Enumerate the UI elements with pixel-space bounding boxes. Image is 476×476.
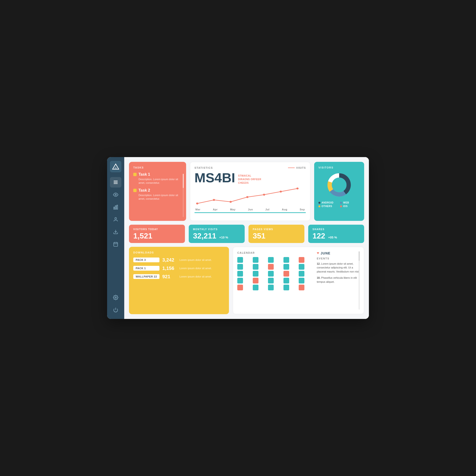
svg-point-17 [196, 203, 198, 204]
visits-label: VISITS [288, 166, 306, 169]
settings-icon [113, 295, 118, 300]
event-text-0: 12. Lorem ipsum dolor sit amet, consecte… [317, 262, 360, 274]
svg-rect-7 [115, 206, 116, 209]
cal-cell-23 [284, 285, 289, 290]
svg-point-5 [115, 194, 116, 195]
tile-monthly-visits-value: 32,211 +10 % [193, 232, 240, 240]
menu-icon [113, 180, 118, 185]
sidebar-item-calendar[interactable] [110, 239, 121, 249]
download-row-0: PACK 3 3,242 Lorem ipsum dolor sit amet. [133, 257, 225, 263]
row-tiles: VISITORS TODAY 1,521 MONTHLY VISITS 32,2… [129, 225, 364, 243]
task-2-desc: Description. Lorem ipsum dolor sit amet,… [133, 193, 182, 201]
events-month: JUNE [321, 251, 330, 255]
tasks-scrollbar[interactable] [183, 174, 184, 217]
download-count-1: 1,156 [162, 266, 177, 271]
cal-cell-0 [237, 257, 243, 263]
cal-cell-22 [268, 285, 274, 290]
svg-point-19 [229, 201, 232, 203]
sidebar-item-settings[interactable] [110, 292, 121, 303]
downloads-title: DOWNLOADS [133, 251, 225, 254]
cal-cell-3 [284, 257, 289, 263]
cal-cell-17 [268, 278, 274, 284]
row-downloads-calendar: DOWNLOADS PACK 3 3,242 Lorem ipsum dolor… [129, 247, 364, 314]
download-desc-2: Lorem ipsum dolor sit amet. [179, 275, 225, 278]
donut-chart [319, 172, 360, 198]
sidebar-item-eye[interactable] [110, 189, 121, 200]
sidebar-item-user[interactable] [110, 214, 121, 225]
sidebar-item-menu[interactable] [110, 177, 121, 187]
calendar-events-card: CALENDAR JUNE EVENTS 12. Lorem ipsum dol… [233, 247, 364, 314]
download-count-2: 921 [162, 274, 177, 279]
cal-cell-8 [284, 264, 289, 270]
cal-cell-20 [237, 285, 243, 290]
stat-big-labels: STMAICAL DIRAONS ORFEER CHEEDS [238, 171, 261, 185]
svg-rect-8 [117, 205, 118, 209]
task-2-dot [133, 189, 136, 192]
statistics-card: STATISTICS VISITS MS4BI STMAICAL DIRAONS… [190, 162, 310, 221]
event-text-1: 18. Phasellus vehicula libero in elit te… [317, 276, 360, 284]
cal-cell-16 [253, 278, 258, 284]
cal-cell-19 [299, 278, 305, 284]
tile-pages-views: PAGES VIEWS 351 [249, 225, 305, 243]
tile-monthly-visits: MONTHLY VISITS 32,211 +10 % [189, 225, 245, 243]
logo[interactable] [110, 161, 121, 172]
calendar-icon [113, 241, 118, 247]
download-label-2: WALLPAPER 22 [133, 274, 159, 279]
event-item-1: 18. Phasellus vehicula libero in elit te… [317, 276, 360, 284]
calendar-section: CALENDAR [237, 251, 313, 310]
svg-rect-11 [114, 242, 118, 246]
svg-marker-1 [114, 166, 117, 169]
tile-monthly-visits-label: MONTHLY VISITS [193, 228, 240, 231]
sidebar-item-analytics[interactable] [110, 202, 121, 212]
sidebar [107, 157, 124, 319]
stat-big-area: MS4BI STMAICAL DIRAONS ORFEER CHEEDS [194, 171, 306, 185]
cal-cell-4 [299, 257, 305, 263]
donut-svg [326, 172, 352, 198]
stat-header: STATISTICS VISITS [194, 166, 306, 169]
events-scrollbar[interactable] [359, 251, 360, 310]
legend-android: ANDROID [319, 201, 338, 204]
cal-cell-9 [299, 264, 305, 270]
eye-icon [113, 192, 118, 197]
cal-cell-21 [253, 285, 258, 290]
cal-cell-11 [253, 271, 258, 276]
main-content: TASKS Task 1 Description. Lorem ipsum do… [124, 157, 369, 319]
cal-cell-1 [253, 257, 258, 263]
sidebar-item-power[interactable] [110, 305, 121, 315]
cal-cell-18 [284, 278, 289, 284]
legend-ios: IOS [340, 205, 360, 207]
tile-shares-value: 122 +05 % [312, 232, 360, 240]
power-icon [113, 307, 118, 312]
tile-pages-views-value: 351 [253, 232, 300, 240]
download-row-1: PACK 1 1,156 Lorem ipsum dolor sit amet. [133, 266, 225, 271]
download-desc-0: Lorem ipsum dolor sit amet. [179, 258, 225, 261]
legend-web: WEB [340, 201, 360, 204]
visitors-title: VISITORS [319, 166, 360, 169]
svg-point-20 [246, 196, 249, 198]
downloads-card: DOWNLOADS PACK 3 3,242 Lorem ipsum dolor… [129, 247, 229, 314]
svg-point-23 [296, 187, 298, 189]
user-icon [113, 217, 118, 222]
cal-cell-15 [237, 278, 243, 284]
tile-visitors-today: VISITORS TODAY 1,521 [129, 225, 185, 243]
cal-cell-13 [284, 271, 289, 276]
svg-point-9 [115, 218, 116, 219]
svg-point-22 [280, 191, 282, 192]
task-1-dot [133, 173, 136, 176]
mountain-icon [112, 163, 119, 170]
triangle-icon [317, 252, 319, 254]
svg-rect-6 [114, 207, 115, 209]
sidebar-item-download[interactable] [110, 227, 121, 237]
svg-point-18 [213, 199, 215, 201]
cal-cell-7 [268, 264, 274, 270]
download-desc-1: Lorem ipsum dolor sit amet. [179, 267, 225, 270]
task-1-name: Task 1 [133, 172, 182, 177]
tasks-title: TASKS [133, 166, 182, 169]
tile-pages-views-label: PAGES VIEWS [253, 228, 300, 231]
calendar-title: CALENDAR [237, 251, 313, 254]
bar-chart-icon [113, 204, 118, 210]
cal-cell-12 [268, 271, 274, 276]
events-section: JUNE EVENTS 12. Lorem ipsum dolor sit am… [317, 251, 360, 310]
cal-cell-6 [253, 264, 258, 270]
task-2-name: Task 2 [133, 188, 182, 192]
